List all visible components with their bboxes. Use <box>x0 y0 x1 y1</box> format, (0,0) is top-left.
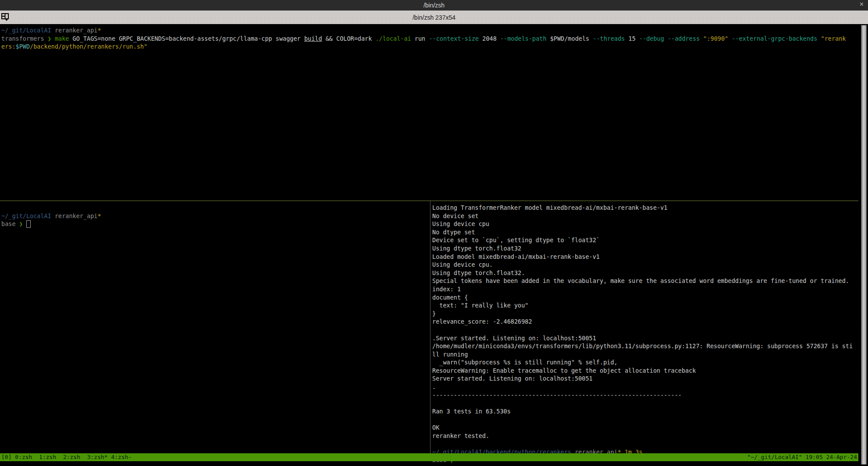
text-segment: make <box>55 35 73 42</box>
text-segment: 15 <box>629 35 639 42</box>
tab-bin-zsh[interactable]: /bin/zsh 237x54 <box>413 14 455 21</box>
titlebar[interactable]: /bin/zsh × <box>0 0 868 11</box>
text-segment: --debug <box>639 35 668 42</box>
text-segment <box>51 27 55 34</box>
terminal-line: No dtype set <box>432 228 858 237</box>
text-segment: --threads <box>593 35 628 42</box>
text-segment: ~/_git/LocalAI <box>1 212 51 219</box>
terminal-line: /home/mudler/miniconda3/envs/transformer… <box>432 342 858 350</box>
terminal-line <box>432 399 858 407</box>
text-segment: GO_TAGS=none GRPC_BACKENDS=backend-asset… <box>73 35 304 42</box>
terminal-line: ~/_git/LocalAI reranker_api* <box>1 212 430 220</box>
terminal-line: text: "I really like you" <box>432 301 858 310</box>
text-segment: * <box>97 27 101 34</box>
close-icon[interactable]: × <box>860 0 864 8</box>
terminal-line: Special tokens have been added in the vo… <box>432 277 858 285</box>
terminal-line: . <box>432 383 858 391</box>
terminal-line: transformers ❯ make GO_TAGS=none GRPC_BA… <box>1 35 868 43</box>
text-segment: "rerank <box>821 35 846 42</box>
terminal-line: Loading TransformerRanker model mixedbre… <box>432 204 858 212</box>
scrollbar[interactable] <box>861 25 867 465</box>
text-segment: ~/_git/LocalAI <box>1 27 51 34</box>
text-segment: reranker_api <box>55 212 98 219</box>
text-segment: base <box>1 220 19 227</box>
text-segment: transformers <box>1 35 48 42</box>
bottom-right-pane[interactable]: Loading TransformerRanker model mixedbre… <box>430 201 858 455</box>
terminal-line <box>432 415 858 424</box>
terminal-line: Using device cpu. <box>432 261 858 269</box>
terminal-line: Ran 3 tests in 63.530s <box>432 407 858 416</box>
text-segment: reranker_api <box>55 27 98 34</box>
bottom-left-pane[interactable]: ~/_git/LocalAI reranker_api*base ❯ <box>0 201 430 455</box>
text-segment: ":9090" <box>703 35 732 42</box>
terminal-line <box>432 326 858 334</box>
terminal-line: .Server started. Listening on: localhost… <box>432 334 858 342</box>
text-segment: run <box>415 35 429 42</box>
terminal-line: base ❯ <box>1 220 430 228</box>
terminal-line <box>1 204 430 212</box>
terminal-line: ResourceWarning: Enable tracemalloc to g… <box>432 367 858 375</box>
window-title: /bin/zsh <box>423 2 445 9</box>
terminal-line: } <box>432 310 858 318</box>
terminal-line <box>432 440 858 448</box>
bottom-panes: ~/_git/LocalAI reranker_api*base ❯ Loadi… <box>0 201 868 455</box>
terminal-line: ll running <box>432 350 858 359</box>
text-segment: $PWD <box>16 43 30 50</box>
terminal-line: Using dtype torch.float32 <box>432 244 858 253</box>
terminal-area: ~/_git/LocalAI reranker_api*transformers… <box>0 24 868 466</box>
terminal-line: document { <box>432 293 858 302</box>
terminal-line: index: 1 <box>432 285 858 293</box>
text-segment: $PWD/models <box>550 35 593 42</box>
top-pane[interactable]: ~/_git/LocalAI reranker_api*transformers… <box>0 24 868 201</box>
text-segment: --external-grpc-backends <box>732 35 821 42</box>
terminal-line: Device set to `cpu`, setting dtype to `f… <box>432 236 858 244</box>
tab-bar: /bin/zsh 237x54 <box>0 11 868 24</box>
terminal-line: Loaded model mixedbread-ai/mxbai-rerank-… <box>432 253 858 261</box>
layout-grid-icon[interactable] <box>1 12 13 22</box>
terminal-line: relevance_score: -2.46826982 <box>432 318 858 326</box>
terminal-line: No device set <box>432 212 858 220</box>
terminal-window: /bin/zsh × /bin/zsh 237x54 ~/_git/LocalA… <box>0 0 868 466</box>
text-segment: ❯ <box>19 220 26 227</box>
terminal-line: Using device cpu <box>432 220 858 228</box>
text-segment: /backend/python/rerankers/run.sh" <box>30 43 147 50</box>
text-segment <box>51 212 55 219</box>
text-segment: ❯ <box>48 35 55 42</box>
text-segment: * <box>97 212 101 219</box>
terminal-line: ers:$PWD/backend/python/rerankers/run.sh… <box>1 42 868 51</box>
text-segment: && COLOR=dark <box>322 35 376 42</box>
text-segment: --context-size <box>429 35 482 42</box>
text-segment: ./local-ai <box>375 35 414 42</box>
terminal-line: OK <box>432 424 858 432</box>
terminal-line: Using dtype torch.float32. <box>432 269 858 277</box>
text-segment: build <box>304 35 322 42</box>
terminal-line: reranker tested. <box>432 432 858 440</box>
terminal-line: Server started. Listening on: localhost:… <box>432 374 858 383</box>
text-segment: ers: <box>1 43 16 50</box>
text-segment: --models-path <box>500 35 550 42</box>
tmux-session-info: "~/_git/LocalAI" 19:05 24-Apr-24 <box>747 453 857 461</box>
scrollbar-thumb[interactable] <box>861 25 867 465</box>
tmux-status-bar: [0] 0:zsh 1:zsh 2:zsh 3:zsh* 4:zsh- "~/_… <box>0 453 858 461</box>
terminal-line: ----------------------------------------… <box>432 391 858 399</box>
tmux-window-list[interactable]: [0] 0:zsh 1:zsh 2:zsh 3:zsh* 4:zsh- <box>1 453 132 461</box>
terminal-line: ~/_git/LocalAI reranker_api* <box>1 26 868 35</box>
hollow-cursor <box>26 220 31 228</box>
text-segment: 2048 <box>482 35 500 42</box>
text-segment: --address <box>668 35 703 42</box>
terminal-line: _warn("subprocess %s is still running" %… <box>432 358 858 367</box>
